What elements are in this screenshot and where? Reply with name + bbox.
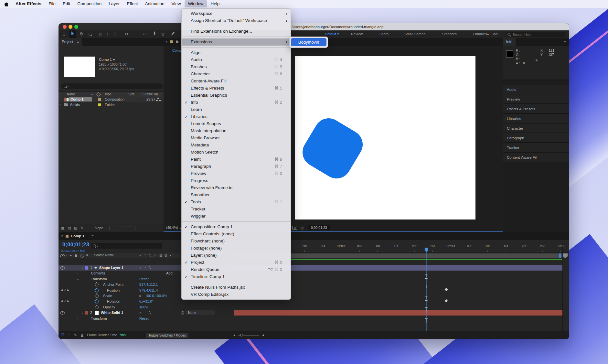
comp-name[interactable]: Comp 1 ▾ bbox=[99, 57, 115, 62]
tab-info[interactable]: Info bbox=[503, 38, 516, 46]
property-value[interactable]: Reset bbox=[139, 277, 149, 281]
property-value[interactable]: 517.4,112.1 bbox=[139, 283, 158, 286]
zoom-in-mountain-icon[interactable]: ▲ bbox=[261, 333, 265, 337]
tab-project[interactable]: Project ≡ bbox=[59, 38, 82, 46]
roi-tool-icon[interactable]: ⬚ bbox=[131, 30, 138, 38]
quality-switch-icon[interactable]: ╲ bbox=[149, 311, 151, 315]
pan-camera-tool-icon[interactable]: ✛ bbox=[104, 30, 111, 38]
brush-tool-icon[interactable] bbox=[169, 30, 176, 38]
position-keyframe-icon[interactable] bbox=[445, 288, 448, 291]
sort-ascending-icon[interactable]: ▲ bbox=[91, 92, 93, 96]
close-window-button[interactable] bbox=[63, 25, 67, 29]
twirl-icon[interactable]: › bbox=[77, 272, 78, 275]
menu-item-tools[interactable]: ✓Tools⌘ 1 bbox=[182, 198, 291, 206]
label-color-swatch[interactable] bbox=[98, 98, 101, 101]
project-bit-depth[interactable]: 8 bpc bbox=[95, 226, 103, 230]
menu-item-mask-interpolation[interactable]: Mask Interpolation bbox=[182, 127, 291, 134]
timeline-search-box[interactable]: ⌄ bbox=[91, 243, 162, 249]
help-search-input[interactable] bbox=[512, 32, 559, 37]
workspace-tab-libraries[interactable]: Libraries bbox=[473, 30, 487, 38]
rotation-keyframe-icon[interactable] bbox=[445, 299, 448, 303]
menu-item-assign-shortcut-to-default-workspace[interactable]: Assign Shortcut to “Default” Workspace› bbox=[182, 17, 291, 24]
stopwatch-icon[interactable] bbox=[95, 283, 99, 286]
type-tool-icon[interactable]: T bbox=[159, 30, 166, 38]
menubar-item-effect[interactable]: Effect bbox=[123, 0, 141, 7]
stopwatch-icon[interactable] bbox=[95, 289, 99, 292]
comp-timecode[interactable]: 0;00;01;23 bbox=[308, 225, 330, 230]
lock-icon[interactable] bbox=[176, 41, 178, 43]
project-item-name[interactable]: Solids bbox=[70, 103, 80, 107]
menu-item-paint[interactable]: Paint⌘ 8 bbox=[182, 156, 291, 163]
menu-item-align[interactable]: Align bbox=[182, 49, 291, 56]
docked-panel-audio[interactable]: Audio bbox=[503, 85, 569, 94]
menu-item-workspace[interactable]: Workspace› bbox=[182, 10, 291, 17]
layer-row-white-solid-1[interactable]: ⌄ 2 White Solid 1 ⌖ ╲ @ None ⌄ bbox=[59, 310, 234, 316]
shy-switch-icon[interactable]: ⌖ bbox=[139, 311, 141, 315]
menu-item-info[interactable]: ✓Info⌘ 2 bbox=[182, 99, 291, 106]
rotation-tool-icon[interactable]: ↺ bbox=[123, 30, 130, 38]
menu-item-create-nulls-from-paths-jsx[interactable]: Create Nulls From Paths.jsx bbox=[182, 284, 291, 291]
menu-item-wiggler[interactable]: Wiggler bbox=[182, 213, 291, 220]
menu-item-timeline-comp-1[interactable]: ✓Timeline: Comp 1 bbox=[182, 273, 291, 280]
menu-item-effect-controls-none-[interactable]: Effect Controls: (none) bbox=[182, 230, 291, 238]
dolly-camera-tool-icon[interactable]: ↧ bbox=[112, 30, 119, 38]
workspace-settings-icon[interactable]: ⚙≡ bbox=[492, 30, 499, 38]
constrain-proportions-icon[interactable]: ∞ bbox=[139, 294, 141, 298]
expand-layers-icon[interactable]: ❐ bbox=[61, 333, 64, 337]
panel-menu-icon[interactable]: ≡ bbox=[77, 40, 79, 44]
comp-thumbnail[interactable] bbox=[64, 57, 95, 77]
property-value[interactable]: 979.4,611.4 bbox=[139, 288, 158, 292]
timeline-nav-handle[interactable] bbox=[563, 253, 568, 258]
docked-panel-paragraph[interactable]: Paragraph bbox=[503, 133, 569, 143]
menu-item-layer-none-[interactable]: Layer: (none) bbox=[182, 252, 291, 259]
hand-tool-icon[interactable] bbox=[78, 30, 85, 38]
snapshot-camera-icon[interactable] bbox=[292, 226, 297, 230]
shy-switch-icon[interactable]: ⌖ bbox=[139, 266, 141, 270]
menu-item-review-with-frame-io[interactable]: Review with Frame.io bbox=[182, 184, 291, 191]
twirl-icon[interactable]: ⌄ bbox=[81, 311, 84, 314]
property-row-opacity[interactable]: Opacity100% bbox=[59, 305, 234, 310]
orbit-camera-tool-icon[interactable]: ◍ bbox=[97, 30, 104, 38]
menu-item-paragraph[interactable]: Paragraph⌘ 7 bbox=[182, 163, 291, 170]
menubar-item-composition[interactable]: Composition bbox=[74, 0, 105, 7]
show-snapshot-icon[interactable]: ◎ bbox=[301, 226, 304, 230]
menu-item-project[interactable]: ✓Project⌘ 0 bbox=[182, 259, 291, 266]
workspace-tab-learn[interactable]: Learn bbox=[379, 30, 389, 38]
pen-tool-icon[interactable] bbox=[151, 30, 158, 38]
menu-item-extensions[interactable]: Extensions› bbox=[182, 38, 291, 46]
zoom-tool-icon[interactable] bbox=[86, 30, 93, 38]
brainstorm-icon[interactable] bbox=[80, 334, 84, 337]
project-row-comp1[interactable]: Comp 1 Composition 29.97 bbox=[59, 97, 164, 102]
close-icon[interactable]: × bbox=[61, 234, 63, 238]
stopwatch-icon[interactable] bbox=[95, 294, 99, 298]
work-area-end-handle[interactable] bbox=[559, 253, 561, 258]
project-scrollbar[interactable] bbox=[117, 227, 136, 230]
composition-viewport[interactable] bbox=[295, 56, 475, 219]
flowchart-icon[interactable] bbox=[156, 98, 161, 101]
docked-panel-effects-presets[interactable]: Effects & Presets bbox=[503, 104, 569, 114]
menu-item-effects-presets[interactable]: Effects & Presets⌘ 5 bbox=[182, 85, 291, 92]
eye-icon[interactable] bbox=[60, 311, 65, 315]
frame-blend-toggle-icon[interactable]: ◔ bbox=[68, 333, 69, 337]
workspace-tab-review[interactable]: Review bbox=[351, 30, 363, 38]
menu-item-find-extensions-on-exchange-[interactable]: Find Extensions on Exchange... bbox=[182, 28, 291, 35]
docked-panel-preview[interactable]: Preview bbox=[503, 94, 569, 104]
menu-item-essential-graphics[interactable]: Essential Graphics bbox=[182, 92, 291, 99]
add-shape-label[interactable]: Add: bbox=[166, 271, 174, 275]
selection-tool-icon[interactable] bbox=[69, 30, 76, 38]
project-search-box[interactable]: ⌄ bbox=[61, 83, 163, 89]
menu-item-lumetri-scopes[interactable]: Lumetri Scopes bbox=[182, 120, 291, 127]
graph-editor-icon[interactable]: ~ bbox=[100, 299, 102, 303]
stopwatch-icon[interactable] bbox=[95, 305, 99, 309]
menu-item-character[interactable]: Character⌘ 6 bbox=[182, 70, 291, 78]
home-tool-icon[interactable]: ⌂ bbox=[60, 30, 68, 38]
menubar-item-animation[interactable]: Animation bbox=[141, 0, 168, 7]
minimize-window-button[interactable] bbox=[69, 25, 72, 29]
eye-icon[interactable] bbox=[60, 266, 65, 270]
rectangle-tool-icon[interactable]: ▭ bbox=[141, 30, 148, 38]
adjust-icon[interactable]: ✎ bbox=[80, 226, 83, 230]
timeline-tab-label[interactable]: Comp 1 bbox=[71, 232, 84, 240]
graph-editor-icon[interactable]: ~ bbox=[100, 288, 102, 292]
menubar-item-after-effects[interactable]: After Effects bbox=[12, 0, 45, 7]
workspace-menu-icon[interactable]: ≡ bbox=[336, 32, 339, 36]
